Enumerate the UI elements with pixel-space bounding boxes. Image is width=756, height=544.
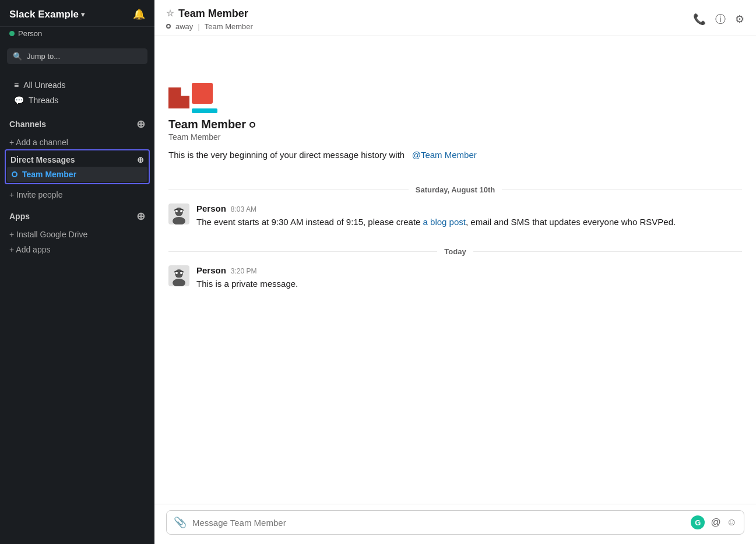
topbar: ☆ Team Member away | Team Member 📞 ⓘ ⚙ (154, 0, 756, 36)
sidebar-item-threads[interactable]: 💬 Threads (9, 93, 145, 107)
grammarly-label: G (695, 518, 701, 527)
svg-point-3 (175, 210, 178, 212)
topbar-left: ☆ Team Member away | Team Member (166, 8, 253, 31)
channels-label: Channels (9, 120, 46, 129)
dm-online-circle (249, 122, 255, 128)
bell-icon[interactable]: 🔔 (133, 8, 145, 20)
search-icon: 🔍 (13, 52, 22, 61)
add-apps-label: + Add apps (9, 245, 50, 254)
star-icon[interactable]: ☆ (166, 8, 174, 19)
message-author-2: Person (196, 265, 226, 275)
sidebar-header: Slack Example ▾ 🔔 (0, 0, 154, 27)
blog-post-link[interactable]: a blog post (423, 217, 466, 227)
svg-point-4 (180, 210, 182, 212)
apps-label: Apps (9, 212, 30, 221)
dm-intro-subtitle: Team Member (168, 132, 742, 142)
dm-intro-text: This is the very beginning of your direc… (168, 149, 742, 162)
unreads-icon: ≡ (14, 80, 19, 90)
workspace-chevron: ▾ (81, 10, 85, 19)
emoji-icon[interactable]: ☺ (727, 517, 737, 528)
user-status: Person (0, 27, 154, 44)
phone-icon[interactable]: 📞 (693, 13, 706, 26)
avatar-bar (192, 108, 217, 113)
info-icon[interactable]: ⓘ (715, 12, 726, 26)
mention-link[interactable]: @Team Member (412, 150, 477, 160)
pipe-separator: | (198, 22, 199, 31)
dm-intro: Team Member Team Member This is the very… (168, 83, 742, 162)
intro-text-before: This is the very beginning of your direc… (168, 150, 405, 160)
jump-to-button[interactable]: 🔍 Jump to... (7, 48, 147, 64)
message-group-2: Person 3:20 PM This is a private message… (168, 265, 742, 291)
settings-icon[interactable]: ⚙ (735, 13, 744, 26)
threads-icon: 💬 (14, 96, 24, 105)
avatar-svg-1 (168, 203, 189, 224)
message-input[interactable] (192, 518, 685, 528)
message-group-1: Person 8:03 AM The event starts at 9:30 … (168, 203, 742, 229)
date-divider-label: Saturday, August 10th (416, 185, 495, 194)
jump-to-label: Jump to... (27, 52, 60, 61)
workspace-title: Slack Example (9, 9, 79, 20)
message-author-1: Person (196, 203, 226, 213)
message-content-2: Person 3:20 PM This is a private message… (196, 265, 742, 291)
avatar-svg-2 (168, 265, 189, 286)
attach-icon[interactable]: 📎 (174, 516, 187, 529)
workspace-name[interactable]: Slack Example ▾ (9, 9, 85, 20)
dm-team-member-label: Team Member (22, 170, 76, 179)
svg-point-9 (180, 272, 182, 274)
sidebar-item-all-unreads[interactable]: ≡ All Unreads (9, 78, 145, 92)
away-status: away (175, 22, 193, 31)
add-dm-icon[interactable]: ⊕ (137, 155, 144, 164)
add-apps-link[interactable]: + Add apps (0, 243, 154, 257)
channel-subtitle: Team Member (205, 22, 253, 31)
user-status-dot (9, 31, 15, 36)
dm-status-circle (12, 171, 17, 177)
unreads-label: All Unreads (23, 80, 65, 90)
direct-messages-section: Direct Messages ⊕ Team Member (5, 149, 150, 184)
topbar-actions: 📞 ⓘ ⚙ (693, 12, 744, 26)
topbar-subtitle-row: away | Team Member (166, 22, 253, 31)
message-text-1: The event starts at 9:30 AM instead of 9… (196, 216, 742, 229)
message-input-box: 📎 G @ ☺ (166, 510, 744, 535)
invite-people-link[interactable]: + Invite people (0, 187, 154, 203)
message-text-2: This is a private message. (196, 278, 742, 291)
date-divider-saturday: Saturday, August 10th (168, 185, 742, 194)
dm-avatar-group (168, 83, 742, 113)
user-name: Person (18, 29, 42, 38)
input-right-icons: G @ ☺ (691, 515, 737, 529)
topbar-title-row: ☆ Team Member (166, 8, 253, 20)
channels-section-header[interactable]: Channels ⊕ (5, 111, 150, 134)
dm-intro-title: Team Member (168, 118, 246, 131)
message-time-1: 8:03 AM (231, 205, 256, 213)
message-header-1: Person 8:03 AM (196, 203, 742, 213)
add-channel-label: + Add a channel (9, 138, 68, 147)
sidebar-item-team-member[interactable]: Team Member (7, 167, 147, 182)
dm-section-header[interactable]: Direct Messages ⊕ (6, 150, 149, 167)
avatar-person-2 (168, 265, 189, 286)
at-icon[interactable]: @ (711, 517, 720, 528)
install-google-drive-link[interactable]: + Install Google Drive (0, 227, 154, 241)
channel-title: Team Member (178, 8, 248, 20)
invite-people-label: + Invite people (9, 190, 62, 199)
add-channel-link[interactable]: + Add a channel (0, 135, 154, 149)
message-header-2: Person 3:20 PM (196, 265, 742, 275)
svg-point-8 (175, 272, 178, 274)
threads-label: Threads (29, 96, 58, 105)
chat-area: Team Member Team Member This is the very… (154, 36, 756, 504)
date-divider-today: Today (168, 247, 742, 256)
add-channel-icon[interactable]: ⊕ (136, 118, 145, 131)
add-app-icon[interactable]: ⊕ (136, 210, 145, 223)
install-google-drive-label: + Install Google Drive (9, 230, 87, 239)
apps-section-header[interactable]: Apps ⊕ (5, 203, 150, 226)
input-area: 📎 G @ ☺ (154, 504, 756, 544)
message-content-1: Person 8:03 AM The event starts at 9:30 … (196, 203, 742, 229)
sidebar: Slack Example ▾ 🔔 Person 🔍 Jump to... ≡ … (0, 0, 154, 544)
nav-section: ≡ All Unreads 💬 Threads (0, 69, 154, 111)
message-time-2: 3:20 PM (231, 267, 257, 275)
avatar-stack (168, 83, 217, 113)
avatar-shape-2 (192, 83, 213, 104)
main-content: ☆ Team Member away | Team Member 📞 ⓘ ⚙ (154, 0, 756, 544)
away-dot (166, 24, 171, 29)
grammarly-button[interactable]: G (691, 515, 705, 529)
avatar-shape-1 (168, 87, 189, 108)
dm-label: Direct Messages (10, 155, 75, 164)
